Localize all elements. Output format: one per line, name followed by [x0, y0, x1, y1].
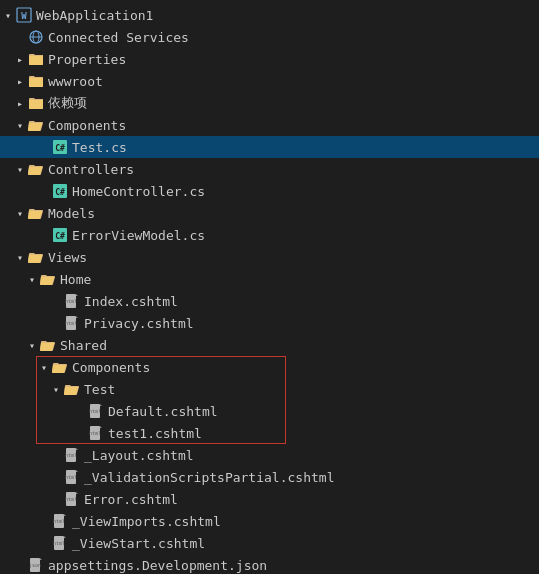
tree-item-label: Test — [84, 382, 539, 397]
tree-arrow — [12, 249, 28, 265]
tree-item-label: ErrorViewModel.cs — [72, 228, 539, 243]
tree-item-test-folder[interactable]: Test — [0, 378, 539, 400]
tree-item-validation-cshtml[interactable]: html_ValidationScriptsPartial.cshtml — [0, 466, 539, 488]
svg-marker-32 — [76, 470, 78, 472]
tree-item-label: _ViewStart.cshtml — [72, 536, 539, 551]
icon-cshtml: html — [52, 513, 68, 529]
tree-item-label: Index.cshtml — [84, 294, 539, 309]
tree-arrow — [12, 95, 28, 111]
icon-web: W — [16, 7, 32, 23]
icon-folder-open — [40, 337, 56, 353]
tree-arrow — [48, 381, 64, 397]
tree-item-label: Privacy.cshtml — [84, 316, 539, 331]
icon-cshtml: html — [64, 315, 80, 331]
tree-item-viewimports-cshtml[interactable]: html_ViewImports.cshtml — [0, 510, 539, 532]
icon-cs: C# — [52, 139, 68, 155]
icon-cs: C# — [52, 227, 68, 243]
tree-item-wwwroot[interactable]: wwwroot — [0, 70, 539, 92]
svg-text:html: html — [65, 320, 77, 326]
tree-item-deps[interactable]: 依赖项 — [0, 92, 539, 114]
tree-arrow — [12, 73, 28, 89]
icon-cshtml: html — [64, 469, 80, 485]
tree-item-label: appsettings.Development.json — [48, 558, 539, 573]
tree-item-shared[interactable]: Shared — [0, 334, 539, 356]
svg-text:html: html — [53, 518, 65, 524]
tree-item-properties[interactable]: Properties — [0, 48, 539, 70]
tree-item-label: Models — [48, 206, 539, 221]
tree-item-label: Connected Services — [48, 30, 539, 45]
svg-text:C#: C# — [55, 232, 65, 241]
icon-folder — [28, 73, 44, 89]
icon-folder-open — [40, 271, 56, 287]
icon-connected — [28, 29, 44, 45]
icon-cshtml: html — [88, 425, 104, 441]
icon-folder-open — [28, 117, 44, 133]
svg-marker-48 — [40, 558, 42, 560]
svg-text:html: html — [65, 452, 77, 458]
tree-arrow — [12, 205, 28, 221]
icon-json: json — [28, 557, 44, 573]
svg-text:json: json — [29, 562, 41, 569]
tree-item-components[interactable]: Components — [0, 114, 539, 136]
tree-item-appsettings-dev[interactable]: jsonappsettings.Development.json — [0, 554, 539, 574]
tree-item-label: Components — [48, 118, 539, 133]
tree-item-viewstart-cshtml[interactable]: html_ViewStart.cshtml — [0, 532, 539, 554]
tree-arrow — [0, 7, 16, 23]
tree-item-components2[interactable]: Components — [0, 356, 539, 378]
tree-item-models[interactable]: Models — [0, 202, 539, 224]
svg-marker-40 — [64, 514, 66, 516]
svg-marker-44 — [64, 536, 66, 538]
tree-item-label: 依赖项 — [48, 94, 539, 112]
svg-marker-16 — [76, 316, 78, 318]
tree-item-connected-services[interactable]: Connected Services — [0, 26, 539, 48]
tree-item-label: _Layout.cshtml — [84, 448, 539, 463]
tree-item-label: Test.cs — [72, 140, 539, 155]
tree-arrow — [12, 51, 28, 67]
svg-marker-36 — [76, 492, 78, 494]
svg-text:html: html — [65, 298, 77, 304]
tree-item-label: Home — [60, 272, 539, 287]
icon-folder-open — [64, 381, 80, 397]
tree-item-label: wwwroot — [48, 74, 539, 89]
svg-text:W: W — [21, 11, 27, 21]
icon-cs: C# — [52, 183, 68, 199]
tree-item-controllers[interactable]: Controllers — [0, 158, 539, 180]
tree-item-label: test1.cshtml — [108, 426, 539, 441]
svg-text:C#: C# — [55, 188, 65, 197]
tree-item-test-cs[interactable]: C#Test.cs — [0, 136, 539, 158]
svg-marker-20 — [100, 404, 102, 406]
tree-item-label: HomeController.cs — [72, 184, 539, 199]
tree-item-homecontroller[interactable]: C#HomeController.cs — [0, 180, 539, 202]
svg-text:html: html — [65, 474, 77, 480]
icon-cshtml: html — [64, 491, 80, 507]
tree-item-home[interactable]: Home — [0, 268, 539, 290]
tree-arrow — [24, 271, 40, 287]
tree-item-test1-cshtml[interactable]: htmltest1.cshtml — [0, 422, 539, 444]
svg-marker-12 — [76, 294, 78, 296]
icon-folder — [28, 95, 44, 111]
tree-item-error-cshtml[interactable]: htmlError.cshtml — [0, 488, 539, 510]
tree-item-default-cshtml[interactable]: htmlDefault.cshtml — [0, 400, 539, 422]
svg-text:html: html — [53, 540, 65, 546]
svg-text:html: html — [89, 408, 101, 414]
svg-text:C#: C# — [55, 144, 65, 153]
tree-item-label: Shared — [60, 338, 539, 353]
icon-cshtml: html — [52, 535, 68, 551]
tree-item-index-cshtml[interactable]: htmlIndex.cshtml — [0, 290, 539, 312]
tree-item-label: Error.cshtml — [84, 492, 539, 507]
tree-item-errorviewmodel[interactable]: C#ErrorViewModel.cs — [0, 224, 539, 246]
icon-folder-open — [28, 205, 44, 221]
icon-folder-open — [28, 249, 44, 265]
svg-text:html: html — [89, 430, 101, 436]
svg-marker-24 — [100, 426, 102, 428]
tree-item-webapp1[interactable]: WWebApplication1 — [0, 4, 539, 26]
tree-item-views[interactable]: Views — [0, 246, 539, 268]
icon-cshtml: html — [64, 293, 80, 309]
tree-item-label: _ViewImports.cshtml — [72, 514, 539, 529]
tree-item-label: Properties — [48, 52, 539, 67]
tree-item-layout-cshtml[interactable]: html_Layout.cshtml — [0, 444, 539, 466]
svg-text:html: html — [65, 496, 77, 502]
tree-item-privacy-cshtml[interactable]: htmlPrivacy.cshtml — [0, 312, 539, 334]
tree-item-label: Components — [72, 360, 539, 375]
tree-item-label: Views — [48, 250, 539, 265]
